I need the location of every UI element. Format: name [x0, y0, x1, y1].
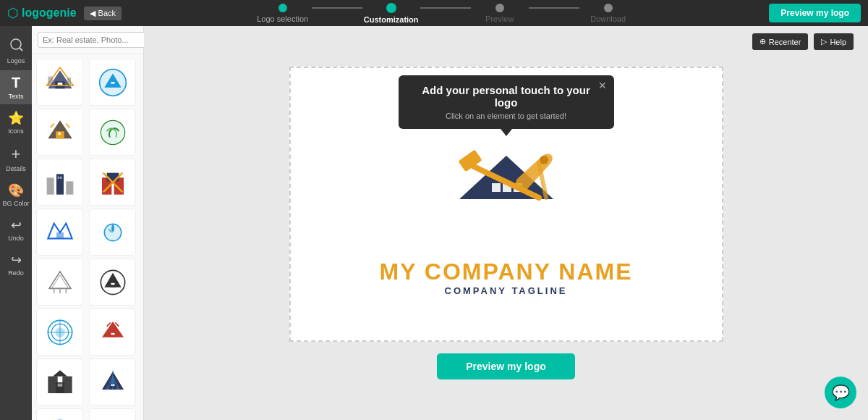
logos-label: Logos: [7, 57, 25, 64]
sidebar-item-bgcolor[interactable]: 🎨 BG Color: [0, 178, 32, 211]
logo-preview-image[interactable]: [434, 134, 579, 253]
icons-icon: ⭐: [8, 110, 24, 126]
list-item[interactable]: [36, 109, 83, 156]
chat-icon: 💬: [832, 384, 850, 401]
svg-rect-23: [46, 177, 54, 194]
list-item[interactable]: [89, 59, 136, 106]
svg-line-1: [20, 49, 23, 51]
step-preview: Preview: [471, 4, 529, 23]
svg-rect-8: [67, 77, 71, 85]
svg-rect-26: [57, 176, 59, 178]
svg-line-20: [66, 123, 69, 127]
company-name-text[interactable]: MY COMPANY NAME: [379, 259, 632, 285]
undo-label: Undo: [8, 235, 24, 242]
step-dot-download: [604, 4, 613, 12]
svg-rect-25: [66, 181, 73, 194]
list-item[interactable]: [36, 308, 83, 356]
svg-point-0: [11, 39, 21, 49]
details-icon: +: [12, 145, 21, 164]
back-button[interactable]: ◀ Back: [84, 7, 122, 20]
undo-icon: ↩: [11, 217, 22, 233]
step-line-3: [529, 7, 579, 9]
svg-line-19: [50, 123, 54, 127]
topbar: ⬡ logogenie ◀ Back Logo selection Custom…: [0, 0, 868, 26]
svg-rect-7: [48, 76, 53, 85]
list-item[interactable]: [89, 358, 136, 406]
svg-marker-36: [49, 272, 71, 288]
step-label-logo: Logo selection: [257, 14, 308, 23]
logo-grid: [32, 54, 143, 420]
list-item[interactable]: [89, 308, 136, 356]
list-item[interactable]: [89, 408, 136, 420]
chat-fab-button[interactable]: 💬: [825, 377, 856, 408]
details-label: Details: [6, 165, 26, 172]
svg-rect-45: [113, 282, 115, 285]
search-input[interactable]: [38, 32, 148, 48]
step-logo-selection: Logo selection: [254, 4, 312, 23]
step-dot-custom: [386, 3, 396, 13]
list-item[interactable]: [89, 109, 136, 156]
step-customization: Customization: [362, 3, 420, 24]
brand-name: logogenie: [22, 7, 77, 20]
sidebar-item-undo[interactable]: ↩ Undo: [0, 213, 32, 246]
help-icon: ▷: [821, 37, 827, 46]
logo-brand: ⬡ logogenie: [7, 5, 77, 21]
sidebar-item-redo[interactable]: ↪ Redo: [0, 248, 32, 281]
bgcolor-label: BG Color: [2, 200, 29, 207]
svg-rect-14: [113, 82, 115, 84]
svg-rect-27: [60, 176, 62, 178]
list-item[interactable]: [36, 259, 83, 306]
canvas-area: ⊕ Recenter ▷ Help ✕ Add your personal to…: [144, 26, 868, 420]
step-line-2: [420, 7, 471, 9]
sidebar-item-logos[interactable]: Logos: [0, 33, 32, 69]
company-tagline-text[interactable]: COMPANY TAGLINE: [445, 285, 568, 296]
step-dot-preview: [495, 4, 504, 12]
list-item[interactable]: [36, 59, 83, 106]
logos-icon: [9, 38, 23, 56]
step-label-download: Download: [590, 14, 626, 23]
svg-rect-44: [111, 282, 113, 285]
recenter-icon: ⊕: [760, 37, 766, 46]
list-item[interactable]: [89, 259, 136, 306]
sidebar-item-details[interactable]: + Details: [0, 140, 32, 177]
icons-label: Icons: [8, 127, 24, 135]
canvas-controls: ⊕ Recenter ▷ Help: [752, 33, 854, 50]
tooltip-title: Add your personal touch to your logo: [412, 84, 601, 109]
svg-rect-13: [111, 82, 113, 84]
redo-label: Redo: [8, 269, 24, 277]
texts-label: Texts: [8, 93, 23, 100]
tooltip-arrow: [501, 129, 512, 136]
svg-rect-5: [60, 83, 62, 85]
recenter-button[interactable]: ⊕ Recenter: [752, 33, 809, 50]
logo-panel: 🔍: [32, 26, 144, 420]
step-line-1: [312, 7, 362, 9]
step-label-preview: Preview: [485, 14, 514, 23]
brand-icon: ⬡: [7, 5, 19, 21]
bottom-preview-button[interactable]: Preview my logo: [437, 353, 574, 379]
list-item[interactable]: [36, 358, 83, 406]
help-button[interactable]: ▷ Help: [814, 33, 854, 50]
list-item[interactable]: [36, 209, 83, 256]
top-preview-button[interactable]: Preview my logo: [769, 4, 861, 22]
sidebar-item-texts[interactable]: T Texts: [0, 70, 32, 104]
list-item[interactable]: [36, 408, 83, 420]
svg-rect-18: [58, 133, 60, 135]
texts-icon: T: [12, 75, 20, 91]
canvas-frame[interactable]: ✕ Add your personal touch to your logo C…: [289, 67, 723, 342]
tooltip-close-button[interactable]: ✕: [598, 80, 607, 91]
list-item[interactable]: [89, 209, 136, 256]
step-label-custom: Customization: [364, 15, 419, 24]
svg-rect-61: [57, 383, 59, 386]
step-dot-logo: [278, 4, 287, 12]
tooltip-popup: ✕ Add your personal touch to your logo C…: [399, 75, 614, 129]
svg-rect-4: [57, 83, 59, 85]
list-item[interactable]: [89, 159, 136, 206]
svg-rect-62: [60, 383, 62, 386]
back-arrow-icon: ◀: [90, 9, 95, 18]
sidebar-item-icons[interactable]: ⭐ Icons: [0, 106, 32, 139]
bgcolor-icon: 🎨: [8, 182, 24, 198]
svg-rect-54: [113, 332, 115, 335]
list-item[interactable]: [36, 159, 83, 206]
svg-rect-53: [111, 332, 113, 335]
step-download: Download: [579, 4, 637, 23]
